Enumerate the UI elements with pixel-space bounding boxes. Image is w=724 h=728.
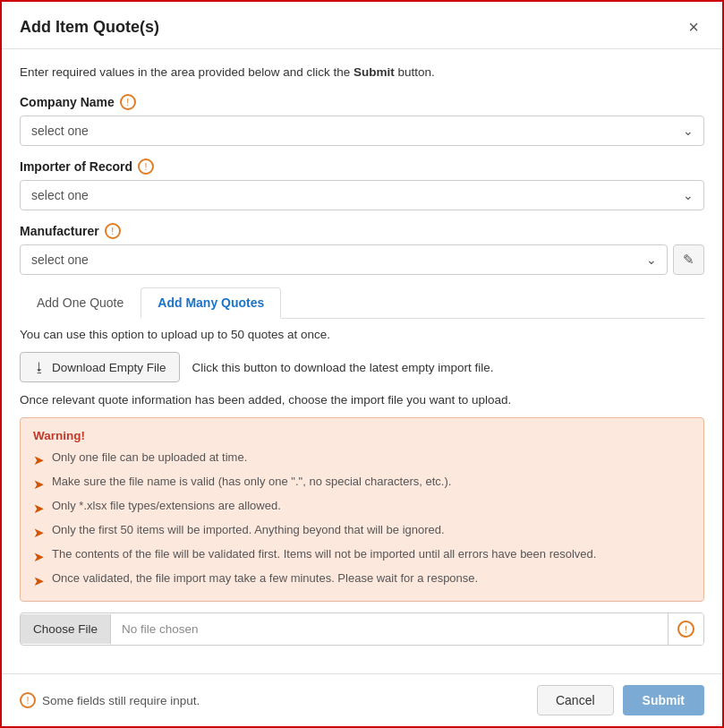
- manufacturer-edit-button[interactable]: ✎: [673, 244, 704, 275]
- edit-pencil-icon: ✎: [683, 252, 694, 268]
- company-name-required-icon: !: [120, 94, 136, 110]
- footer-warning-icon: !: [20, 692, 36, 708]
- bullet-icon-5: ➤: [33, 571, 45, 590]
- bullet-icon-2: ➤: [33, 499, 45, 518]
- company-name-label: Company Name !: [20, 94, 704, 110]
- modal-header: Add Item Quote(s) ×: [2, 2, 722, 49]
- bullet-icon-1: ➤: [33, 475, 45, 493]
- upload-info-text: You can use this option to upload up to …: [20, 328, 704, 341]
- importer-required-icon: !: [138, 158, 154, 175]
- warning-list: ➤ Only one file can be uploaded at time.…: [33, 450, 691, 590]
- manufacturer-select[interactable]: select one: [20, 244, 668, 275]
- file-upload-row: Choose File No file chosen !: [20, 612, 704, 646]
- bullet-icon-3: ➤: [33, 523, 45, 542]
- company-name-select[interactable]: select one: [20, 116, 704, 146]
- warning-item-3: Only the first 50 items will be imported…: [52, 522, 445, 538]
- modal-container: Add Item Quote(s) × Enter required value…: [0, 0, 724, 728]
- list-item: ➤ Make sure the file name is valid (has …: [33, 474, 691, 493]
- download-empty-file-button[interactable]: ⭳ Download Empty File: [20, 352, 180, 382]
- company-name-select-wrapper: select one ⌄: [20, 116, 704, 146]
- list-item: ➤ Only *.xlsx file types/extensions are …: [33, 498, 691, 518]
- tabs-section: Add One Quote Add Many Quotes You can us…: [20, 287, 704, 646]
- file-required-icon: !: [668, 613, 703, 645]
- intro-text: Enter required values in the area provid…: [20, 64, 704, 81]
- modal-body: Enter required values in the area provid…: [2, 49, 722, 673]
- manufacturer-label: Manufacturer !: [20, 223, 704, 239]
- importer-of-record-field: Importer of Record ! select one ⌄: [20, 158, 704, 210]
- warning-title: Warning!: [33, 429, 691, 442]
- download-icon: ⭳: [33, 360, 46, 374]
- importer-select-wrapper: select one ⌄: [20, 180, 704, 210]
- footer-warning-text: Some fields still require input.: [42, 694, 200, 707]
- company-name-field: Company Name ! select one ⌄: [20, 94, 704, 146]
- tab-add-many-quotes[interactable]: Add Many Quotes: [141, 287, 281, 319]
- list-item: ➤ Only the first 50 items will be import…: [33, 522, 691, 542]
- list-item: ➤ Once validated, the file import may ta…: [33, 570, 691, 590]
- bullet-icon-0: ➤: [33, 450, 45, 469]
- bullet-icon-4: ➤: [33, 547, 45, 566]
- list-item: ➤ Only one file can be uploaded at time.: [33, 450, 691, 469]
- submit-button[interactable]: Submit: [623, 685, 704, 715]
- warning-item-0: Only one file can be uploaded at time.: [52, 450, 247, 466]
- choose-file-button[interactable]: Choose File: [21, 614, 111, 644]
- footer-warning: ! Some fields still require input.: [20, 692, 200, 708]
- tabs-container: Add One Quote Add Many Quotes: [20, 287, 704, 319]
- manufacturer-field: Manufacturer ! select one ⌄ ✎: [20, 223, 704, 275]
- download-btn-label: Download Empty File: [52, 361, 166, 374]
- warning-item-1: Make sure the file name is valid (has on…: [52, 474, 451, 490]
- tab-add-one-quote[interactable]: Add One Quote: [20, 287, 141, 319]
- warning-item-4: The contents of the file will be validat…: [52, 546, 596, 562]
- add-many-tab-content: You can use this option to upload up to …: [20, 319, 704, 646]
- close-button[interactable]: ×: [683, 16, 704, 38]
- manufacturer-select-wrapper: select one ⌄: [20, 244, 668, 275]
- file-name-display: No file chosen: [111, 614, 668, 644]
- warning-box: Warning! ➤ Only one file can be uploaded…: [20, 417, 704, 602]
- warning-item-5: Once validated, the file import may take…: [52, 570, 478, 587]
- importer-of-record-label: Importer of Record !: [20, 158, 704, 175]
- cancel-button[interactable]: Cancel: [537, 685, 614, 715]
- importer-select[interactable]: select one: [20, 180, 704, 210]
- manufacturer-row: select one ⌄ ✎: [20, 244, 704, 275]
- file-exclamation-icon: !: [677, 621, 694, 638]
- download-row: ⭳ Download Empty File Click this button …: [20, 352, 704, 382]
- modal-title: Add Item Quote(s): [20, 18, 159, 37]
- manufacturer-required-icon: !: [105, 223, 121, 239]
- download-hint-text: Click this button to download the latest…: [192, 361, 494, 374]
- warning-item-2: Only *.xlsx file types/extensions are al…: [52, 498, 281, 514]
- footer-buttons: Cancel Submit: [537, 685, 704, 715]
- choose-info-text: Once relevant quote information has been…: [20, 393, 704, 407]
- list-item: ➤ The contents of the file will be valid…: [33, 546, 691, 566]
- modal-footer: ! Some fields still require input. Cance…: [2, 673, 722, 726]
